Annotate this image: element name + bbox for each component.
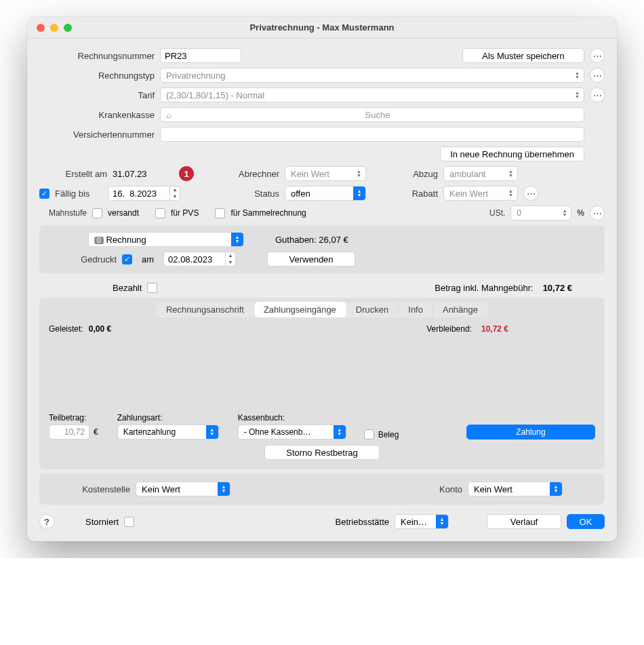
label-sammel: für Sammelrechnung — [230, 208, 306, 218]
more-icon[interactable]: ⋯ — [590, 206, 605, 220]
label-mahnstufe: Mahnstufe — [39, 208, 87, 218]
label-zahlungsart: Zahlungsart: — [117, 413, 163, 423]
tab-info[interactable]: Info — [399, 302, 433, 317]
label-konto: Konto — [422, 484, 462, 494]
chevron-updown-icon: ▲▼ — [573, 91, 581, 99]
tarif-select[interactable]: (2,30/1,80/1,15) - Normal ▲▼ — [160, 87, 584, 102]
chevron-updown-icon: ▲▼ — [573, 71, 581, 79]
label-bezahlt: Bezahlt — [113, 283, 142, 293]
stepper-icon[interactable]: ▲▼ — [169, 187, 180, 200]
geleistet-value: 0,00 € — [89, 324, 111, 334]
help-icon[interactable]: ? — [39, 514, 54, 529]
ok-button[interactable]: OK — [567, 514, 605, 529]
erstellt-value: 31.07.23 — [113, 169, 174, 179]
label-verbleibend: Verbleibend: — [426, 324, 472, 334]
verwenden-button[interactable]: Verwenden — [267, 252, 355, 267]
chevron-updown-icon: ▲▼ — [218, 482, 230, 496]
label-kostenstelle: Kostenstelle — [49, 484, 130, 494]
rechnungsnummer-input[interactable] — [160, 48, 241, 63]
bezahlt-checkbox[interactable] — [147, 283, 157, 293]
label-versandt: versandt — [108, 208, 139, 218]
gedruckt-date-stepper[interactable]: ▲▼ — [163, 252, 236, 267]
faellig-checkbox[interactable]: ✓ — [39, 189, 49, 199]
chevron-updown-icon: ▲▼ — [355, 170, 363, 178]
tab-anhaenge[interactable]: Anhänge — [433, 302, 487, 317]
more-icon[interactable]: ⋯ — [590, 87, 605, 102]
label-betriebsstaette: Betriebsstätte — [336, 517, 390, 527]
teilbetrag-input[interactable] — [49, 425, 89, 439]
versichertennummer-input[interactable] — [160, 127, 584, 142]
payments-panel: Rechnungsanschrift Zahlungseingänge Druc… — [39, 298, 605, 469]
krankenkasse-search[interactable]: Suche — [160, 107, 584, 122]
tab-zahlungseingaenge[interactable]: Zahlungseingänge — [254, 302, 346, 317]
chevron-updown-icon: ▲▼ — [231, 233, 243, 246]
save-template-button[interactable]: Als Muster speichern — [462, 48, 584, 63]
label-am: am — [142, 254, 154, 265]
label-versichertennummer: Versichertennummer — [39, 130, 155, 140]
faellig-date-stepper[interactable]: ▲▼ — [108, 186, 180, 201]
tab-drucken[interactable]: Drucken — [346, 302, 399, 317]
label-gedruckt: Gedruckt — [49, 254, 117, 265]
rechnungstyp-select[interactable]: Privatrechnung ▲▼ — [160, 68, 584, 83]
label-krankenkasse: Krankenkasse — [39, 110, 155, 120]
chevron-updown-icon: ▲▼ — [507, 189, 515, 197]
chevron-updown-icon: ▲▼ — [550, 482, 562, 496]
chevron-updown-icon: ▲▼ — [436, 515, 448, 528]
abrechner-select[interactable]: Kein Wert ▲▼ — [285, 166, 366, 181]
more-icon[interactable]: ⋯ — [523, 186, 538, 201]
minimize-icon[interactable] — [50, 24, 58, 32]
tab-bar: Rechnungsanschrift Zahlungseingänge Druc… — [157, 302, 487, 317]
kostenstelle-select[interactable]: Kein Wert ▲▼ — [136, 482, 230, 496]
label-status: Status — [225, 189, 279, 199]
gedruckt-checkbox[interactable]: ✓ — [122, 254, 132, 265]
notification-badge: 1 — [179, 166, 194, 181]
zahlung-button[interactable]: Zahlung — [466, 425, 595, 439]
chevron-updown-icon: ▲▼ — [334, 425, 346, 439]
status-select[interactable]: offen ▲▼ — [285, 186, 366, 201]
label-beleg: Beleg — [378, 430, 399, 439]
storno-restbetrag-button[interactable]: Storno Restbetrag — [264, 445, 380, 460]
chevron-updown-icon: ▲▼ — [507, 170, 515, 178]
label-storniert: Storniert — [85, 517, 119, 527]
chevron-updown-icon: ▲▼ — [561, 209, 568, 217]
mahnstufe-select[interactable]: 0Rechnung ▲▼ — [88, 232, 244, 247]
verbleibend-value: 10,72 € — [481, 324, 508, 334]
titlebar: Privatrechnung - Max Mustermann — [27, 17, 617, 39]
betriebsstaette-select[interactable]: Kein… ▲▼ — [395, 514, 449, 529]
kassenbuch-select[interactable]: - Ohne Kassenb… ▲▼ — [238, 425, 346, 439]
label-abzug: Abzug — [397, 169, 438, 179]
chevron-updown-icon: ▲▼ — [206, 425, 218, 439]
verlauf-button[interactable]: Verlauf — [487, 514, 561, 529]
rabatt-select[interactable]: Kein Wert ▲▼ — [443, 186, 518, 201]
label-ust: USt. — [464, 208, 505, 218]
pvs-checkbox[interactable] — [155, 208, 165, 218]
label-rechnungstyp: Rechnungstyp — [39, 71, 155, 81]
label-tarif: Tarif — [39, 90, 155, 100]
stepper-icon[interactable]: ▲▼ — [225, 252, 235, 266]
close-icon[interactable] — [37, 24, 45, 32]
versandt-checkbox[interactable] — [92, 208, 102, 218]
storniert-checkbox[interactable] — [124, 517, 134, 527]
konto-select[interactable]: Kein Wert ▲▼ — [468, 482, 563, 496]
label-erstellt: Erstellt am — [39, 169, 107, 179]
ust-select[interactable]: 0 ▲▼ — [510, 206, 571, 220]
more-icon[interactable]: ⋯ — [590, 68, 605, 83]
zahlungsart-select[interactable]: Kartenzahlung ▲▼ — [117, 425, 219, 439]
label-pvs: für PVS — [171, 208, 199, 218]
label-geleistet: Geleistet: — [49, 324, 83, 334]
percent-sign: % — [577, 208, 584, 218]
abzug-select[interactable]: ambulant ▲▼ — [443, 166, 518, 181]
copy-to-new-invoice-button[interactable]: In neue Rechnung übernehmen — [440, 146, 584, 161]
label-rechnungsnummer: Rechnungsnummer — [39, 51, 155, 61]
tab-anschrift[interactable]: Rechnungsanschrift — [157, 302, 254, 317]
beleg-checkbox[interactable] — [364, 429, 374, 439]
window-title: Privatrechnung - Max Mustermann — [27, 22, 617, 33]
betrag-value: 10,72 € — [543, 283, 572, 293]
zoom-icon[interactable] — [64, 24, 72, 32]
label-abrechner: Abrechner — [225, 169, 279, 179]
mahnstufe-panel: 0Rechnung ▲▼ Guthaben: 26,07 € Gedruckt … — [39, 225, 605, 273]
more-icon[interactable]: ⋯ — [590, 48, 605, 63]
sammelrechnung-checkbox[interactable] — [215, 208, 225, 218]
label-rabatt: Rabatt — [397, 189, 438, 199]
label-faellig: Fällig bis — [55, 189, 102, 199]
